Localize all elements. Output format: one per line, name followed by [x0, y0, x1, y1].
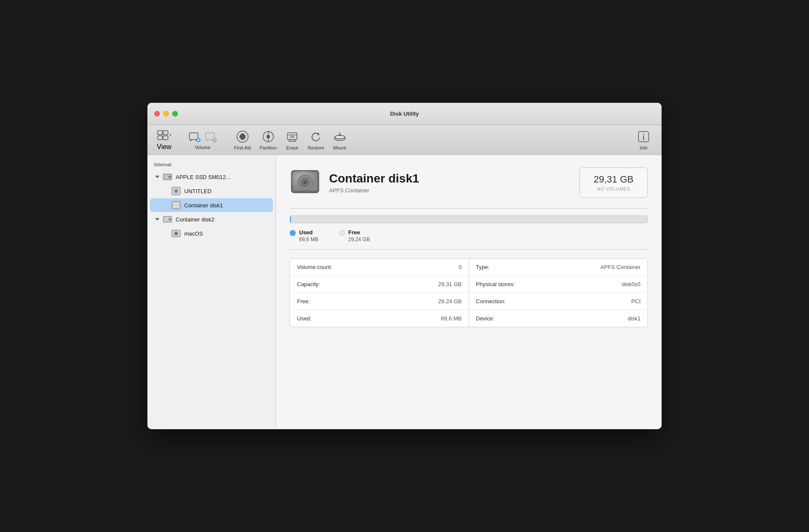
- free-value: 29,24 GB: [348, 236, 370, 242]
- sidebar-item-apple-ssd[interactable]: APPLE SSD SM012...: [150, 170, 273, 184]
- svg-point-56: [303, 181, 307, 184]
- used-text: Used 69,6 MB: [299, 229, 318, 242]
- view-chevron-icon: ▾: [170, 133, 171, 137]
- free-val: 29,24 GB: [438, 298, 462, 305]
- type-key: Type:: [476, 264, 490, 270]
- toolbar: ▾ View: [147, 125, 662, 155]
- close-button[interactable]: [154, 111, 160, 117]
- erase-icon: [286, 130, 299, 143]
- sidebar-item-container-disk2[interactable]: Container disk2: [150, 212, 273, 226]
- volume-button-group: Volume: [188, 130, 218, 150]
- info-button[interactable]: Info: [632, 128, 655, 152]
- info-row-type: Type: APFS Container: [469, 259, 648, 276]
- svg-point-21: [267, 135, 270, 138]
- legend-used: Used 69,6 MB: [290, 229, 318, 242]
- used-value: 69,6 MB: [299, 236, 318, 242]
- volume-count-key: Volume count:: [297, 264, 332, 270]
- mount-icon-area: [333, 130, 347, 143]
- used-label: Used: [299, 229, 318, 236]
- disk-drive-icon2: [163, 215, 172, 224]
- title-bar: Disk Utility: [147, 103, 662, 125]
- volume-add-icon: [188, 131, 201, 143]
- sidebar-item-macos[interactable]: macOS: [150, 227, 273, 240]
- first-aid-label: First Aid: [234, 145, 251, 150]
- volume-remove-button[interactable]: [204, 130, 218, 144]
- first-aid-icon: [236, 130, 249, 143]
- type-val: APFS Container: [600, 264, 641, 270]
- first-aid-icon-area: [236, 130, 249, 143]
- detail-size-label: NO VOLUMES: [590, 187, 637, 191]
- view-label: View: [157, 143, 171, 151]
- capacity-key: Capacity:: [297, 281, 320, 287]
- svg-rect-3: [163, 136, 168, 140]
- storage-bar-used: [290, 216, 291, 223]
- info-row-device: Device: disk1: [469, 310, 648, 327]
- used-key: Used:: [297, 315, 312, 322]
- maximize-button[interactable]: [172, 111, 178, 117]
- traffic-lights: [154, 111, 178, 117]
- mount-button[interactable]: Mount: [329, 128, 351, 152]
- storage-bar: [290, 215, 648, 223]
- chevron-down-icon: [155, 176, 159, 178]
- partition-button[interactable]: Partition: [255, 128, 281, 152]
- connection-key: Connection:: [476, 298, 506, 305]
- detail-header: Container disk1 APFS Container 29,31 GB …: [290, 167, 648, 198]
- volume-remove-icon: [204, 131, 217, 143]
- erase-icon-area: [285, 130, 299, 143]
- info-col-left: Volume count: 0 Capacity: 29,31 GB Free:…: [290, 259, 469, 327]
- storage-divider: [290, 249, 648, 250]
- restore-icon: [309, 130, 322, 143]
- device-val: disk1: [628, 315, 641, 322]
- sidebar-item-untitled[interactable]: UNTITLED: [150, 184, 273, 198]
- svg-rect-17: [240, 135, 246, 138]
- used-val: 69,6 MB: [441, 315, 461, 322]
- mount-label: Mount: [333, 145, 346, 150]
- svg-rect-1: [163, 131, 168, 134]
- info-table: Volume count: 0 Capacity: 29,31 GB Free:…: [290, 258, 648, 327]
- svg-rect-0: [158, 131, 162, 134]
- svg-point-41: [175, 190, 177, 192]
- window: Disk Utility ▾ View: [147, 103, 662, 429]
- free-key: Free:: [297, 298, 310, 305]
- svg-rect-4: [189, 133, 198, 140]
- volume-count-val: 0: [458, 264, 461, 270]
- svg-rect-10: [206, 133, 214, 140]
- detail-subtitle: APFS Container: [329, 187, 571, 194]
- sidebar: Internal APPLE SSD SM012...: [147, 155, 276, 429]
- sidebar-section-internal: Internal: [147, 160, 276, 170]
- untitled-label: UNTITLED: [184, 188, 212, 194]
- sidebar-item-container-disk1[interactable]: Container disk1: [150, 198, 273, 212]
- minimize-button[interactable]: [163, 111, 169, 117]
- info-row-capacity: Capacity: 29,31 GB: [290, 276, 469, 293]
- detail-title-area: Container disk1 APFS Container: [329, 172, 571, 194]
- info-label: Info: [640, 145, 647, 150]
- volume-add-button[interactable]: [188, 130, 201, 144]
- svg-point-51: [175, 233, 177, 234]
- chevron-down-icon: [155, 218, 159, 221]
- header-divider: [290, 208, 648, 209]
- used-dot: [290, 230, 296, 236]
- mount-icon: [333, 130, 346, 143]
- legend-free: Free 29,24 GB: [339, 229, 370, 242]
- detail-size-number: 29,31 GB: [590, 174, 637, 185]
- view-icon: [157, 129, 169, 141]
- svg-point-32: [643, 134, 644, 135]
- view-button[interactable]: ▾ View: [154, 128, 184, 152]
- info-row-free: Free: 29,24 GB: [290, 293, 469, 310]
- disk-drive-icon: [163, 172, 172, 182]
- capacity-val: 29,31 GB: [438, 281, 462, 287]
- svg-rect-2: [158, 136, 162, 140]
- main-content: Internal APPLE SSD SM012...: [147, 155, 662, 429]
- macos-volume-icon: [171, 229, 181, 238]
- svg-rect-57: [292, 191, 318, 193]
- first-aid-button[interactable]: First Aid: [230, 128, 255, 152]
- erase-button[interactable]: Erase: [281, 128, 303, 152]
- detail-panel: Container disk1 APFS Container 29,31 GB …: [276, 155, 662, 429]
- restore-label: Restore: [308, 145, 324, 150]
- storage-legend: Used 69,6 MB Free 29,24 GB: [290, 229, 648, 242]
- erase-label: Erase: [286, 145, 299, 150]
- info-col-right: Type: APFS Container Physical stores: di…: [469, 259, 648, 327]
- free-dot: [339, 230, 345, 236]
- restore-button[interactable]: Restore: [303, 128, 329, 152]
- info-icon: [637, 130, 650, 143]
